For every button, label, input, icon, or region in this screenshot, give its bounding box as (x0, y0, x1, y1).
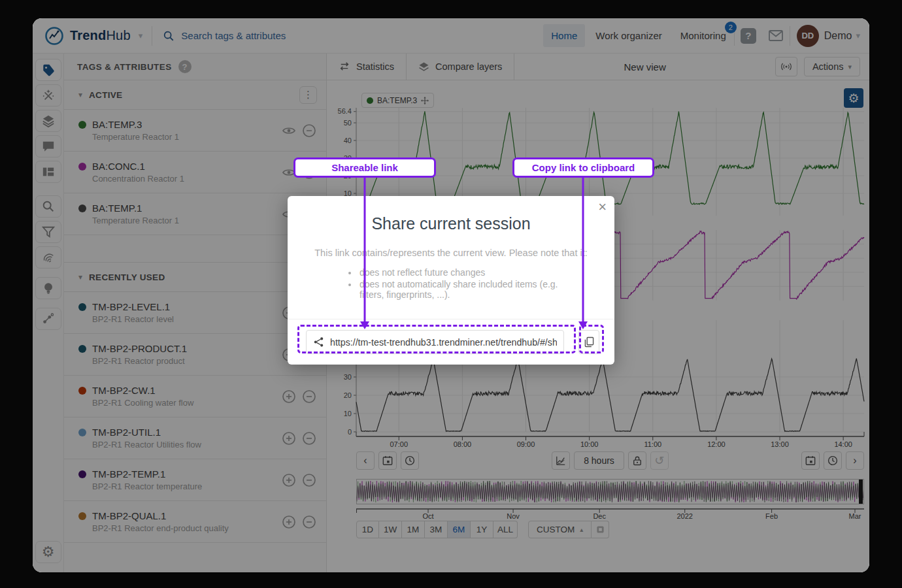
copy-link-button[interactable] (578, 330, 599, 354)
trendhub-app-window: TrendHub ▾ Home Work organizer Monitorin… (33, 18, 869, 572)
modal-intro: This link contains/represents the curren… (288, 248, 614, 258)
share-url-input[interactable] (330, 337, 557, 348)
copy-icon (584, 336, 594, 348)
share-link-field[interactable] (306, 330, 564, 354)
share-session-modal: × Share current session This link contai… (288, 196, 614, 365)
annotation-copy-link: Copy link to clipboard (512, 157, 654, 178)
modal-bullet: does not reflect future changes (358, 267, 574, 278)
modal-footer (288, 319, 614, 365)
annotation-shareable-link: Shareable link (293, 157, 436, 178)
modal-title: Share current session (288, 214, 614, 233)
close-icon[interactable]: × (598, 200, 607, 214)
modal-bullet: does not automatically share included it… (358, 279, 574, 300)
share-icon (313, 336, 324, 348)
modal-bullet-list: does not reflect future changes does not… (358, 267, 574, 300)
